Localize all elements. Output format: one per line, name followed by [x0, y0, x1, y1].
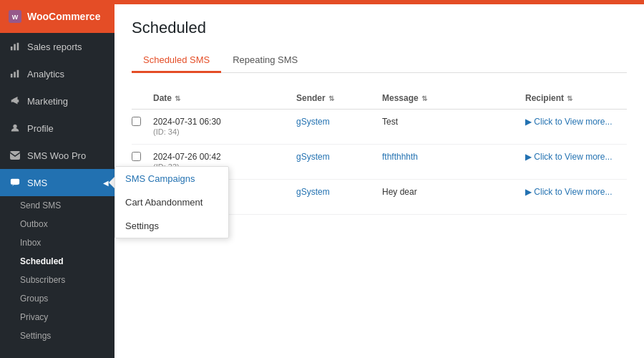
col-checkbox [132, 93, 153, 103]
date-sort-icon: ⇅ [175, 95, 180, 102]
sms-icon [9, 176, 21, 189]
analytics-icon [9, 67, 21, 80]
row-recipient[interactable]: ▶ Click to View more... [525, 117, 644, 127]
sidebar-sub-scheduled[interactable]: Scheduled [0, 252, 114, 271]
svg-rect-9 [10, 151, 20, 160]
sidebar-header[interactable]: W WooCommerce [0, 0, 114, 33]
sidebar-item-sms-woo-pro[interactable]: SMS Woo Pro [0, 142, 114, 169]
sidebar-sub-outbox[interactable]: Outbox [0, 215, 114, 233]
sidebar-sub-privacy[interactable]: Privacy [0, 308, 114, 326]
svg-rect-7 [17, 70, 19, 78]
row-recipient[interactable]: ▶ Click to View more... [525, 152, 644, 162]
dropdown-item-settings[interactable]: Settings [115, 214, 228, 238]
sidebar-item-label: Analytics [27, 69, 64, 79]
row-message: Test [382, 117, 525, 127]
tabs-bar: Scheduled SMS Repeating SMS [132, 49, 627, 73]
svg-point-8 [13, 125, 16, 128]
svg-rect-2 [11, 47, 13, 50]
svg-rect-10 [11, 179, 19, 185]
bar-chart-icon [9, 40, 21, 53]
profile-icon [9, 122, 21, 135]
row-checkbox[interactable] [132, 117, 141, 126]
sms-dropdown-menu: SMS Campaigns Cart Abandonment Settings [114, 166, 229, 238]
sidebar-sub-groups[interactable]: Groups [0, 289, 114, 308]
col-sender[interactable]: Sender ⇅ [296, 93, 382, 103]
row-message: Hey dear [382, 187, 525, 197]
recipient-sort-icon: ⇅ [567, 95, 572, 102]
row-sender: gSystem [296, 117, 382, 127]
sidebar-item-sales-reports[interactable]: Sales reports [0, 33, 114, 60]
col-date[interactable]: Date ⇅ [153, 93, 296, 103]
sidebar-item-sms[interactable]: SMS ◀ [0, 169, 114, 196]
dropdown-item-sms-campaigns[interactable]: SMS Campaigns [115, 167, 228, 190]
active-indicator [109, 177, 114, 188]
sidebar-item-analytics[interactable]: Analytics [0, 60, 114, 87]
svg-rect-3 [14, 44, 16, 51]
sidebar-item-label: Sales reports [27, 42, 82, 52]
sender-sort-icon: ⇅ [328, 95, 334, 102]
sidebar-item-profile[interactable]: Profile [0, 115, 114, 142]
svg-rect-4 [17, 43, 19, 51]
sidebar-sub-inbox[interactable]: Inbox [0, 233, 114, 252]
table-row: 2024-07-31 06:30 (ID: 34) gSystem Test ▶… [132, 110, 627, 145]
sidebar-item-label: SMS Woo Pro [27, 150, 86, 161]
svg-rect-6 [14, 72, 16, 77]
svg-text:W: W [12, 14, 19, 21]
tab-repeating-sms[interactable]: Repeating SMS [221, 49, 309, 73]
col-recipient[interactable]: Recipient ⇅ [525, 93, 644, 103]
sidebar-header-label: WooCommerce [27, 11, 100, 22]
sidebar-sub-subscribers[interactable]: Subscribers [0, 271, 114, 289]
email-icon [9, 149, 21, 162]
sidebar-item-marketing[interactable]: Marketing [0, 87, 114, 115]
megaphone-icon [9, 95, 21, 107]
row-checkbox-cell [132, 152, 153, 163]
sidebar-sub-send-sms[interactable]: Send SMS [0, 196, 114, 215]
woo-icon: W [9, 10, 21, 23]
dropdown-item-cart-abandonment[interactable]: Cart Abandonment [115, 190, 228, 214]
row-recipient[interactable]: ▶ Click to View more... [525, 187, 644, 197]
row-checkbox[interactable] [132, 152, 141, 161]
table-header: Date ⇅ Sender ⇅ Message ⇅ Recipient ⇅ [132, 87, 627, 110]
message-sort-icon: ⇅ [421, 95, 427, 102]
page-title: Scheduled [132, 19, 627, 37]
row-message: fthfthhhth [382, 152, 525, 162]
row-date: 2024-07-31 06:30 (ID: 34) [153, 117, 296, 137]
col-message[interactable]: Message ⇅ [382, 93, 525, 103]
tab-scheduled-sms[interactable]: Scheduled SMS [132, 49, 221, 73]
sms-arrow-icon: ◀ [103, 179, 109, 187]
svg-rect-5 [11, 74, 13, 77]
row-sender: gSystem [296, 187, 382, 197]
sidebar-item-label: Marketing [27, 96, 68, 107]
sidebar: W WooCommerce Sales reports Analytics Ma… [0, 0, 114, 358]
sidebar-sub-settings[interactable]: Settings [0, 326, 114, 345]
sidebar-item-label: Profile [27, 123, 54, 134]
sidebar-item-label: SMS [27, 178, 47, 188]
row-checkbox-cell [132, 117, 153, 128]
row-sender: gSystem [296, 152, 382, 162]
